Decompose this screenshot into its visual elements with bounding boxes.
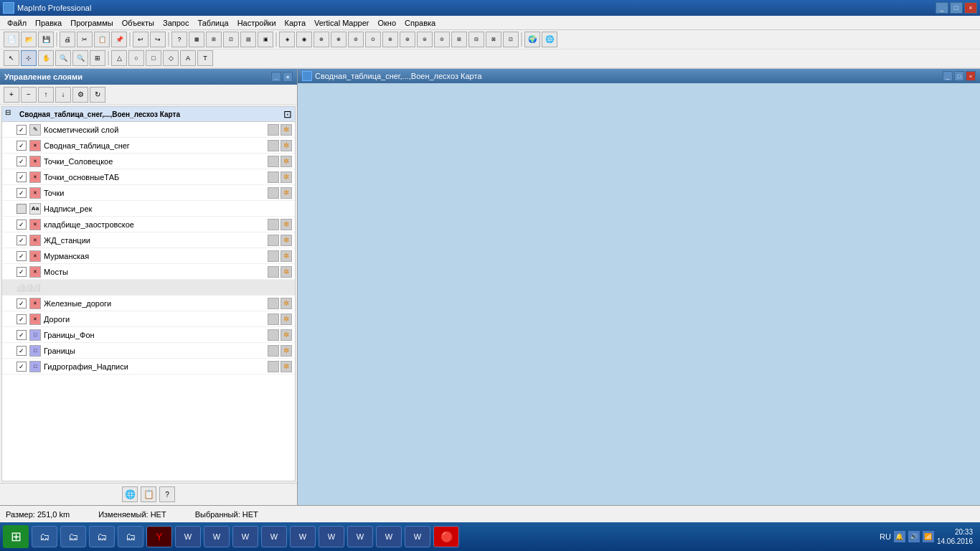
- layer-check-1[interactable]: ✓: [17, 141, 27, 151]
- toolbar-help[interactable]: ?: [171, 32, 187, 47]
- toolbar-extent[interactable]: ⊞: [90, 50, 105, 66]
- toolbar-draw3[interactable]: □: [146, 50, 161, 66]
- layer-check-0[interactable]: ✓: [17, 125, 27, 135]
- toolbar-b8[interactable]: ⊕: [314, 32, 329, 47]
- taskbar-item-12[interactable]: W: [347, 526, 373, 547]
- menu-programs[interactable]: Программы: [66, 17, 117, 29]
- toolbar-redo[interactable]: ↪: [150, 32, 166, 47]
- toolbar-b10[interactable]: ⊘: [348, 32, 364, 47]
- maximize-button[interactable]: □: [950, 2, 963, 14]
- panel-close-btn[interactable]: ×: [283, 72, 293, 82]
- toolbar-b13[interactable]: ⊛: [400, 32, 415, 47]
- layer-panel-globe-btn[interactable]: 🌐: [122, 486, 138, 502]
- layer-panel-help-btn[interactable]: ?: [159, 486, 175, 502]
- toolbar-b17[interactable]: ⊟: [468, 32, 484, 47]
- layer-down-btn[interactable]: ↓: [55, 87, 71, 103]
- map-close-btn[interactable]: ×: [966, 71, 976, 81]
- layer-check-4[interactable]: ✓: [17, 188, 27, 198]
- taskbar-item-10[interactable]: W: [290, 526, 316, 547]
- layer-check-2[interactable]: ✓: [17, 156, 27, 166]
- toolbar-draw2[interactable]: ○: [128, 50, 144, 66]
- menu-table[interactable]: Таблица: [193, 17, 232, 29]
- taskbar-item-13[interactable]: W: [376, 526, 402, 547]
- toolbar-globe2[interactable]: 🌐: [542, 32, 557, 47]
- menu-vm[interactable]: Vertical Mapper: [310, 17, 373, 29]
- layer-check-10[interactable]: ✓: [17, 298, 27, 309]
- toolbar-pan[interactable]: ✋: [38, 50, 54, 66]
- toolbar-open[interactable]: 📂: [21, 32, 37, 47]
- layer-check-5[interactable]: [17, 204, 27, 214]
- toolbar-b1[interactable]: ▦: [189, 32, 204, 47]
- toolbar-b7[interactable]: ◉: [296, 32, 312, 47]
- layer-header-sort-icon[interactable]: ⊡: [283, 108, 292, 120]
- toolbar-b4[interactable]: ▤: [240, 32, 256, 47]
- taskbar-item-14[interactable]: W: [405, 526, 430, 547]
- toolbar-select[interactable]: ⊹: [21, 50, 37, 66]
- layer-check-3[interactable]: ✓: [17, 172, 27, 182]
- layer-check-14[interactable]: ✓: [17, 362, 27, 372]
- layer-check-11[interactable]: ✓: [17, 314, 27, 324]
- toolbar-draw6[interactable]: T: [197, 50, 213, 66]
- toolbar-b9[interactable]: ⊗: [331, 32, 347, 47]
- toolbar-b19[interactable]: ⊡: [503, 32, 519, 47]
- map-maximize-btn[interactable]: □: [954, 71, 964, 81]
- toolbar-b3[interactable]: ⊡: [223, 32, 239, 47]
- toolbar-draw5[interactable]: A: [180, 50, 196, 66]
- layer-check-6[interactable]: ✓: [17, 220, 27, 230]
- layer-check-8[interactable]: ✓: [17, 251, 27, 261]
- toolbar-cut[interactable]: ✂: [77, 32, 93, 47]
- toolbar-b6[interactable]: ◈: [279, 32, 295, 47]
- toolbar-new[interactable]: 📄: [4, 32, 19, 47]
- layer-up-btn[interactable]: ↑: [38, 87, 54, 103]
- toolbar-b2[interactable]: ⊞: [206, 32, 222, 47]
- taskbar-item-6[interactable]: W: [175, 526, 201, 547]
- toolbar-undo[interactable]: ↩: [133, 32, 149, 47]
- taskbar-item-4[interactable]: 🗂: [118, 526, 143, 547]
- taskbar-item-11[interactable]: W: [319, 526, 344, 547]
- taskbar-item-3[interactable]: 🗂: [89, 526, 115, 547]
- menu-settings[interactable]: Настройки: [233, 17, 281, 29]
- toolbar-b14[interactable]: ⊜: [417, 32, 433, 47]
- layer-check-13[interactable]: ✓: [17, 346, 27, 356]
- menu-edit[interactable]: Правка: [31, 17, 66, 29]
- menu-objects[interactable]: Объекты: [118, 17, 159, 29]
- toolbar-b15[interactable]: ⊝: [434, 32, 450, 47]
- layer-add-btn[interactable]: +: [4, 87, 19, 103]
- taskbar-item-9[interactable]: W: [261, 526, 287, 547]
- menu-file[interactable]: Файл: [3, 17, 31, 29]
- taskbar-item-2[interactable]: 🗂: [60, 526, 86, 547]
- toolbar-b11[interactable]: ⊙: [365, 32, 381, 47]
- toolbar-print[interactable]: 🖨: [60, 32, 75, 47]
- menu-map[interactable]: Карта: [281, 17, 310, 29]
- toolbar-b12[interactable]: ⊚: [382, 32, 398, 47]
- toolbar-draw4[interactable]: ◇: [163, 50, 179, 66]
- toolbar-save[interactable]: 💾: [38, 32, 54, 47]
- map-minimize-btn[interactable]: _: [943, 71, 953, 81]
- toolbar-paste[interactable]: 📌: [111, 32, 127, 47]
- toolbar-b16[interactable]: ⊞: [451, 32, 467, 47]
- toolbar-copy[interactable]: 📋: [94, 32, 110, 47]
- menu-window[interactable]: Окно: [373, 17, 400, 29]
- toolbar-draw1[interactable]: △: [111, 50, 127, 66]
- toolbar-b18[interactable]: ⊠: [486, 32, 501, 47]
- layer-props-btn[interactable]: ⚙: [72, 87, 88, 103]
- layer-check-7[interactable]: ✓: [17, 235, 27, 245]
- close-button[interactable]: ×: [964, 2, 977, 14]
- panel-minimize-btn[interactable]: _: [271, 72, 281, 82]
- toolbar-zoomin[interactable]: 🔍: [55, 50, 71, 66]
- taskbar-item-15[interactable]: 🔴: [433, 526, 459, 547]
- toolbar-zoomout[interactable]: 🔍: [72, 50, 88, 66]
- toolbar-globe[interactable]: 🌍: [524, 32, 540, 47]
- layer-check-9[interactable]: ✓: [17, 267, 27, 277]
- menu-help[interactable]: Справка: [400, 17, 440, 29]
- taskbar-item-5[interactable]: Y: [146, 526, 172, 547]
- toolbar-arrow[interactable]: ↖: [4, 50, 19, 66]
- minimize-button[interactable]: _: [936, 2, 948, 14]
- layer-remove-btn[interactable]: −: [21, 87, 37, 103]
- menu-query[interactable]: Запрос: [159, 17, 193, 29]
- layer-refresh-btn[interactable]: ↻: [90, 87, 105, 103]
- layer-check-12[interactable]: ✓: [17, 330, 27, 340]
- toolbar-b5[interactable]: ▣: [258, 32, 273, 47]
- taskbar-item-7[interactable]: W: [204, 526, 230, 547]
- layer-panel-table-btn[interactable]: 📋: [141, 486, 156, 502]
